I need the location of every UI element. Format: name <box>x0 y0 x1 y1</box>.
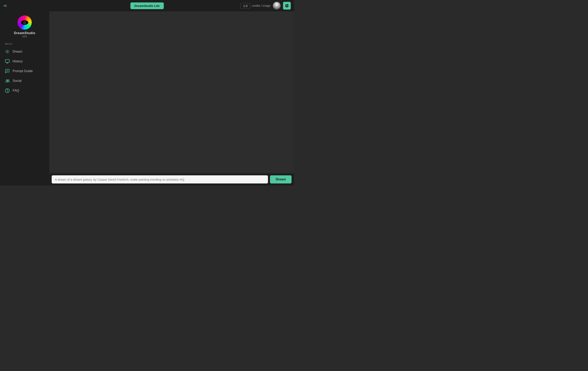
history-icon <box>5 59 10 64</box>
canvas-area <box>49 11 294 173</box>
menu-label: MENU <box>0 43 49 45</box>
logo-title: DreamStudio <box>14 31 35 35</box>
prompt-guide-icon <box>5 69 10 74</box>
header-center: DreamStudio Lite <box>130 2 164 9</box>
logo-icon <box>18 15 32 30</box>
prompt-input[interactable] <box>52 175 268 183</box>
header-right: 1.0 credits / image <box>241 2 291 10</box>
credits-display: 1.0 credits / image <box>241 3 270 9</box>
sidebar-item-faq[interactable]: FAQ <box>0 86 49 95</box>
sidebar-item-faq-label: FAQ <box>13 89 19 92</box>
gear-icon <box>285 4 289 8</box>
sidebar-item-social[interactable]: Social <box>0 76 49 86</box>
sidebar-item-social-label: Social <box>13 79 21 83</box>
sidebar-item-history[interactable]: History <box>0 57 49 66</box>
sidebar-item-history-label: History <box>13 60 23 63</box>
sidebar-item-dream[interactable]: Dream <box>0 47 49 57</box>
main-layout: DreamStudio beta MENU Dream <box>0 11 294 185</box>
bottom-bar: Dream <box>49 173 294 185</box>
sidebar: DreamStudio beta MENU Dream <box>0 11 49 185</box>
svg-point-0 <box>7 51 8 52</box>
dream-icon <box>5 49 10 54</box>
sidebar-item-dream-label: Dream <box>13 50 22 53</box>
svg-point-5 <box>8 80 9 81</box>
social-icon <box>5 79 10 83</box>
logo-beta: beta <box>22 35 27 38</box>
svg-point-4 <box>6 80 7 81</box>
sidebar-item-prompt-guide-label: Prompt Guide <box>13 69 33 73</box>
dreamstudio-lite-button[interactable]: DreamStudio Lite <box>130 2 164 9</box>
sidebar-item-prompt-guide[interactable]: Prompt Guide <box>0 66 49 76</box>
avatar-image <box>273 2 281 10</box>
content-area: Dream <box>49 11 294 185</box>
settings-button[interactable] <box>283 2 291 10</box>
dream-button[interactable]: Dream <box>270 175 292 183</box>
credits-label: credits / image <box>252 4 270 7</box>
svg-rect-1 <box>5 60 9 62</box>
credits-value: 1.0 <box>241 3 250 9</box>
logo-area: DreamStudio beta <box>0 15 49 43</box>
collapse-sidebar-button[interactable]: ≪ <box>2 3 8 9</box>
header-left: ≪ <box>2 3 8 9</box>
logo-eye <box>21 20 28 25</box>
header: ≪ DreamStudio Lite 1.0 credits / image <box>0 0 294 11</box>
avatar[interactable] <box>273 2 281 10</box>
faq-icon <box>5 88 10 93</box>
